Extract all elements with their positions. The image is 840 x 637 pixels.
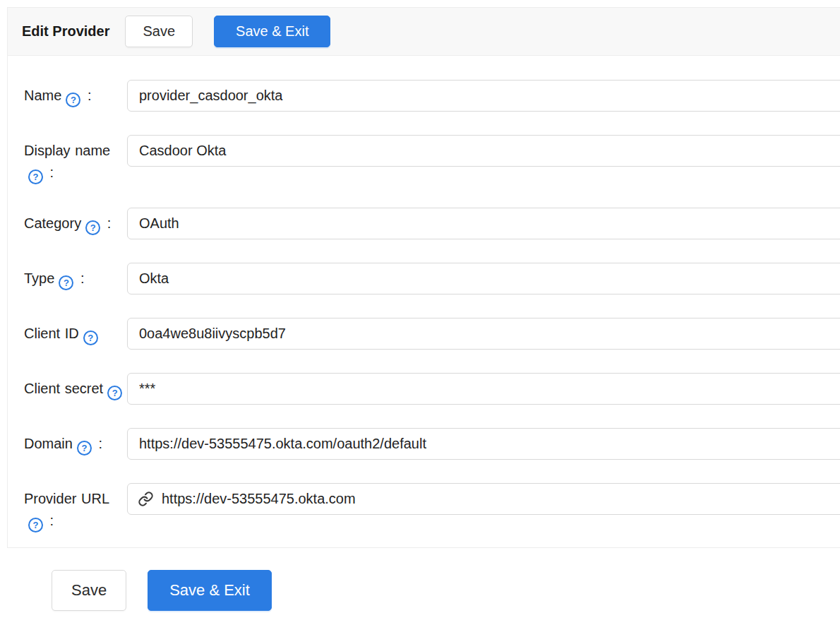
provider-url-input[interactable] [162, 491, 840, 507]
card-header: Edit Provider Save Save & Exit [8, 8, 840, 56]
form-row-provider-url: Provider URL? : [24, 483, 840, 532]
provider-url-input-box[interactable] [127, 483, 840, 515]
form-row-domain: Domain? : [24, 428, 840, 460]
form-row-client-secret: Client secret? [24, 373, 840, 405]
field-label: Domain? : [24, 428, 127, 456]
help-icon[interactable]: ? [28, 169, 43, 184]
form-row-display-name: Display name? : [24, 135, 840, 184]
form-row-name: Name? : [24, 80, 840, 112]
display-name-input[interactable] [127, 135, 840, 167]
footer-save-button[interactable]: Save [52, 570, 126, 611]
footer-actions: Save Save & Exit [52, 570, 272, 611]
help-icon[interactable]: ? [66, 93, 80, 107]
link-icon [138, 491, 154, 507]
name-input[interactable] [127, 80, 840, 112]
footer-save-exit-button[interactable]: Save & Exit [148, 570, 272, 611]
provider-form: Name? : Display name? : Category? : Type… [8, 56, 840, 532]
page-title: Edit Provider [22, 23, 109, 40]
client-secret-input[interactable] [127, 373, 840, 405]
help-icon[interactable]: ? [107, 386, 122, 400]
field-label: Client ID? [24, 318, 127, 345]
field-label: Display name? : [24, 135, 127, 184]
field-label: Name? : [24, 80, 127, 107]
form-row-client-id: Client ID? [24, 318, 840, 350]
category-input[interactable] [127, 208, 840, 239]
form-row-category: Category? : [24, 208, 840, 239]
help-icon[interactable]: ? [77, 441, 92, 456]
help-icon[interactable]: ? [85, 220, 100, 235]
field-label: Category? : [24, 208, 127, 235]
client-id-input[interactable] [127, 318, 840, 350]
edit-provider-card: Edit Provider Save Save & Exit Name? : D… [7, 7, 840, 548]
field-label: Provider URL? : [24, 483, 127, 532]
form-row-type: Type? : [24, 263, 840, 294]
field-label: Client secret? [24, 373, 127, 400]
domain-input[interactable] [127, 428, 840, 460]
help-icon[interactable]: ? [83, 331, 98, 345]
save-exit-button[interactable]: Save & Exit [214, 16, 330, 47]
save-button[interactable]: Save [125, 16, 193, 47]
field-label: Type? : [24, 263, 127, 290]
help-icon[interactable]: ? [59, 275, 73, 290]
help-icon[interactable]: ? [28, 518, 43, 532]
type-input[interactable] [127, 263, 840, 294]
